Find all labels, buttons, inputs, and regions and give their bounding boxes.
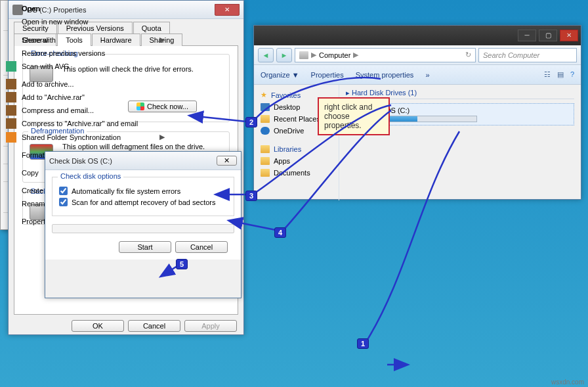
check-disk-buttons: Start Cancel: [52, 241, 234, 253]
ctx-open-new[interactable]: Open in new window: [2, 15, 171, 28]
rar-icon: [6, 105, 16, 116]
progress-bar: [52, 224, 234, 233]
step-5: 5: [176, 259, 188, 269]
sidebar-apps[interactable]: Apps: [257, 155, 336, 167]
libraries-icon: [261, 145, 270, 153]
recent-icon: [261, 115, 270, 123]
check-disk-close-button[interactable]: ✕: [217, 156, 237, 166]
scan-recovery-checkbox-row[interactable]: Scan for and attempt recovery of bad sec…: [59, 198, 227, 206]
check-disk-options-group: Check disk options Automatically fix fil…: [52, 177, 234, 216]
rar-icon: [6, 79, 16, 89]
sidebar-libraries[interactable]: Libraries: [257, 143, 336, 155]
more-cmd[interactable]: »: [425, 71, 429, 79]
check-disk-cancel-button[interactable]: Cancel: [175, 241, 228, 253]
check-disk-options-title: Check disk options: [58, 172, 123, 180]
ctx-sync[interactable]: Shared Folder Synchronization▶: [2, 130, 171, 144]
sync-icon: [6, 132, 16, 143]
drive-usage-bar: [385, 116, 477, 122]
ctx-add-archive[interactable]: Add to archive...: [2, 78, 171, 91]
rar-icon: [6, 92, 16, 102]
scan-recovery-checkbox[interactable]: [59, 198, 68, 206]
ctx-add-archive-rar[interactable]: Add to "Archive.rar": [2, 91, 171, 104]
minimize-button[interactable]: ─: [518, 30, 536, 41]
refresh-icon[interactable]: ↻: [465, 51, 471, 59]
forward-button[interactable]: ►: [276, 48, 292, 62]
address-bar[interactable]: ▶ Computer ▶ ↻: [295, 48, 476, 62]
auto-fix-checkbox[interactable]: [59, 187, 68, 195]
close-button[interactable]: ✕: [215, 4, 240, 16]
back-button[interactable]: ◄: [258, 48, 274, 62]
start-button[interactable]: Start: [119, 241, 171, 253]
check-disk-dialog: Check Disk OS (C:) ✕ Check disk options …: [45, 151, 242, 298]
preview-pane-icon[interactable]: ▤: [557, 70, 564, 79]
drive-label: OS (C:): [385, 106, 477, 114]
cloud-icon: [261, 127, 270, 135]
explorer-close-button[interactable]: ✕: [560, 30, 578, 41]
avg-icon: [6, 61, 16, 72]
check-disk-titlebar: Check Disk OS (C:) ✕: [45, 152, 241, 170]
ctx-compress-email[interactable]: Compress and email...: [2, 104, 171, 117]
step-1: 1: [357, 338, 369, 349]
scan-recovery-label: Scan for and attempt recovery of bad sec…: [72, 198, 216, 206]
step-3: 3: [245, 191, 257, 201]
view-icon[interactable]: ☷: [544, 70, 551, 79]
ctx-compress-rar-email[interactable]: Compress to "Archive.rar" and email: [2, 117, 171, 130]
rar-icon: [6, 118, 16, 129]
documents-icon: [261, 169, 270, 177]
sidebar-documents[interactable]: Documents: [257, 167, 336, 179]
explorer-window: ─ ▢ ✕ ◄ ► ▶ Computer ▶ ↻ Search Computer…: [253, 25, 581, 200]
desktop-icon: [261, 103, 270, 111]
apply-button[interactable]: Apply: [184, 320, 237, 332]
ctx-open[interactable]: Open: [2, 2, 171, 15]
breadcrumb[interactable]: Computer: [319, 51, 350, 59]
search-input[interactable]: Search Computer: [478, 48, 577, 62]
cancel-button[interactable]: Cancel: [128, 320, 180, 332]
credit-text: wsxdn.com: [551, 378, 584, 386]
dialog-buttons: OK Cancel Apply: [9, 320, 243, 332]
computer-icon: [299, 51, 308, 59]
check-disk-body: Check disk options Automatically fix fil…: [45, 170, 241, 260]
annotation-tooltip: right click and choose properties.: [318, 97, 390, 135]
explorer-navbar: ◄ ► ▶ Computer ▶ ↻ Search Computer: [254, 45, 581, 65]
auto-fix-label: Automatically fix file system errors: [72, 187, 180, 195]
maximize-button[interactable]: ▢: [539, 30, 557, 41]
apps-icon: [261, 157, 270, 165]
step-4: 4: [274, 227, 286, 238]
auto-fix-checkbox-row[interactable]: Automatically fix file system errors: [59, 187, 227, 195]
explorer-body: ★Favorites Desktop Recent Places OneDriv…: [254, 85, 581, 200]
system-properties-cmd[interactable]: System properties: [356, 71, 414, 79]
star-icon: ★: [261, 91, 267, 99]
explorer-chrome: ─ ▢ ✕: [254, 26, 581, 45]
step-2: 2: [245, 117, 257, 127]
ctx-restore[interactable]: Restore previous versions: [2, 47, 171, 60]
organize-menu[interactable]: Organize ▼: [261, 71, 299, 79]
properties-cmd[interactable]: Properties: [311, 71, 344, 79]
help-icon[interactable]: ?: [570, 70, 574, 79]
ctx-scan-avg[interactable]: Scan with AVG: [2, 60, 171, 73]
command-bar: Organize ▼ Properties System properties …: [254, 65, 581, 85]
tab-tools[interactable]: Tools: [57, 34, 91, 46]
check-disk-title: Check Disk OS (C:): [49, 157, 217, 165]
ok-button[interactable]: OK: [72, 320, 124, 332]
